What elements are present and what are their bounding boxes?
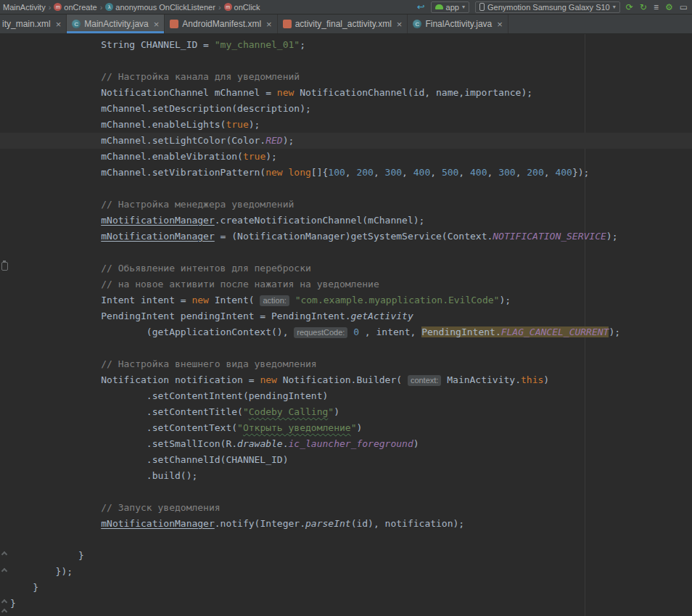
apply-code-changes-icon[interactable]: ↻ xyxy=(640,3,647,12)
code-line[interactable]: .setContentIntent(pendingIntent) xyxy=(0,388,692,404)
breadcrumb-separator-icon: › xyxy=(49,3,52,12)
code-line[interactable] xyxy=(0,53,692,69)
code-area: String CHANNEL_ID = "my_channel_01"; // … xyxy=(0,37,692,612)
code-line[interactable]: // Настройка внешнего вида уведомления xyxy=(0,356,692,372)
breadcrumb-item[interactable]: monCreate xyxy=(54,3,96,12)
code-line[interactable]: .setSmallIcon(R.drawable.ic_launcher_for… xyxy=(0,436,692,452)
chevron-down-icon: ▾ xyxy=(462,4,465,10)
code-line[interactable]: .build(); xyxy=(0,468,692,484)
code-line[interactable]: NotificationChannel mChannel = new Notif… xyxy=(0,85,692,101)
tab-label: activity_final_acttivity.xml xyxy=(295,19,392,29)
code-line[interactable]: mNotificationManager = (NotificationMana… xyxy=(0,229,692,245)
code-line[interactable]: mChannel.enableLights(true); xyxy=(0,117,692,133)
code-line[interactable]: Intent intent = new Intent( action: "com… xyxy=(0,292,692,308)
code-line[interactable]: // Обьявление интентов для переброски xyxy=(0,260,692,276)
close-icon[interactable]: × xyxy=(497,19,503,30)
tab-ity_main.xml[interactable]: ity_main.xml× xyxy=(0,15,67,33)
code-line[interactable]: // Запуск уведомления xyxy=(0,500,692,516)
tab-bar: ity_main.xml×CMainActivity.java×AndroidM… xyxy=(0,15,692,34)
code-line[interactable]: mChannel.setLightColor(Color.RED); xyxy=(0,133,692,149)
code-line[interactable]: .setContentText("Открыть уведомление") xyxy=(0,420,692,436)
code-line[interactable]: .setChannelId(CHANNEL_ID) xyxy=(0,452,692,468)
navigation-toolbar: MainActivity›monCreate›λanonymous OnClic… xyxy=(0,0,692,15)
code-line[interactable]: // на новое активити после нажатия на ув… xyxy=(0,276,692,292)
breadcrumb-label: MainActivity xyxy=(3,3,46,12)
breadcrumb-label: onCreate xyxy=(64,3,96,12)
run-toolbar: ↩ app ▾ Genymotion Samsung Galaxy S10 ▾ … xyxy=(417,1,688,13)
device-label: Genymotion Samsung Galaxy S10 xyxy=(487,3,610,12)
tab-label: FinalActtivity.java xyxy=(425,19,492,29)
back-arrow-icon[interactable]: ↩ xyxy=(417,2,425,12)
code-line[interactable]: // Настройка канала для уведомлений xyxy=(0,69,692,85)
code-line[interactable]: String CHANNEL_ID = "my_channel_01"; xyxy=(0,37,692,53)
code-line[interactable] xyxy=(0,245,692,260)
tab-FinalActtivity.java[interactable]: CFinalActtivity.java× xyxy=(408,15,508,33)
close-icon[interactable]: × xyxy=(56,19,62,30)
chevron-down-icon: ▾ xyxy=(613,4,616,10)
code-line[interactable]: mNotificationManager.notify(Integer.pars… xyxy=(0,516,692,532)
code-line[interactable] xyxy=(0,340,692,356)
java-class-icon: C xyxy=(413,20,421,28)
close-icon[interactable]: × xyxy=(397,19,403,30)
code-line[interactable]: // Настройка менеджера уведомлений xyxy=(0,197,692,213)
android-studio-window: { "toolbar": { "breadcrumbs": [ { "label… xyxy=(0,0,692,616)
breadcrumb-item[interactable]: monClick xyxy=(224,3,260,12)
code-line[interactable]: mChannel.setVibrationPattern(new long[]{… xyxy=(0,165,692,181)
code-line[interactable] xyxy=(0,484,692,500)
avd-manager-icon[interactable]: ▭ xyxy=(680,3,688,12)
android-icon xyxy=(435,4,443,9)
android-file-icon xyxy=(283,20,292,28)
code-line[interactable]: } xyxy=(0,580,692,596)
code-line[interactable]: mChannel.enableVibration(true); xyxy=(0,149,692,165)
breadcrumb-separator-icon: › xyxy=(100,3,103,12)
sdk-manager-icon[interactable]: ⚙ xyxy=(665,3,673,12)
code-line[interactable]: mChannel.setDescription(description); xyxy=(0,101,692,117)
run-config-selector[interactable]: app ▾ xyxy=(431,1,469,13)
code-line[interactable]: }); xyxy=(0,564,692,580)
clipboard-icon[interactable] xyxy=(1,262,8,271)
tab-AndroidManifest.xml[interactable]: AndroidManifest.xml× xyxy=(165,15,277,33)
breadcrumb-label: anonymous OnClickListener xyxy=(115,3,215,12)
code-line[interactable]: PendingIntent pendingIntent = PendingInt… xyxy=(0,308,692,324)
run-config-label: app xyxy=(446,3,459,12)
breadcrumb-item[interactable]: λanonymous OnClickListener xyxy=(105,3,215,12)
breadcrumb-item[interactable]: MainActivity xyxy=(3,3,46,12)
apply-changes-icon[interactable]: ⟳ xyxy=(626,3,633,12)
method-icon: m xyxy=(54,3,62,11)
method-icon: m xyxy=(224,3,232,11)
breadcrumb-separator-icon: › xyxy=(218,3,221,12)
tab-label: MainActivity.java xyxy=(84,19,148,29)
code-line[interactable]: } xyxy=(0,596,692,612)
close-icon[interactable]: × xyxy=(154,19,160,30)
code-line[interactable]: mNotificationManager.createNotificationC… xyxy=(0,213,692,229)
phone-icon xyxy=(479,3,485,11)
tab-activity_final_acttivity.xml[interactable]: activity_final_acttivity.xml× xyxy=(278,15,408,33)
java-class-icon: C xyxy=(72,20,81,28)
code-editor[interactable]: String CHANNEL_ID = "my_channel_01"; // … xyxy=(0,34,692,616)
code-line[interactable]: Notification notification = new Notifica… xyxy=(0,372,692,388)
code-line[interactable] xyxy=(0,532,692,548)
android-file-icon xyxy=(170,20,178,28)
code-line[interactable]: (getApplicationContext(), requestCode: 0… xyxy=(0,324,692,340)
breadcrumb-label: onClick xyxy=(234,3,260,12)
code-line[interactable]: } xyxy=(0,548,692,564)
tab-label: ity_main.xml xyxy=(2,19,51,29)
code-line[interactable] xyxy=(0,181,692,197)
device-selector[interactable]: Genymotion Samsung Galaxy S10 ▾ xyxy=(475,1,620,13)
toolbar-actions: ⟳↻≡⚙▭ xyxy=(626,3,688,12)
logcat-icon[interactable]: ≡ xyxy=(654,3,659,12)
tab-MainActivity.java[interactable]: CMainActivity.java× xyxy=(67,15,165,33)
code-line[interactable]: .setContentTitle("Codeby Calling") xyxy=(0,404,692,420)
tab-label: AndroidManifest.xml xyxy=(182,19,261,29)
close-icon[interactable]: × xyxy=(266,19,272,30)
anonymous-class-icon: λ xyxy=(105,3,113,11)
breadcrumb: MainActivity›monCreate›λanonymous OnClic… xyxy=(3,3,260,12)
